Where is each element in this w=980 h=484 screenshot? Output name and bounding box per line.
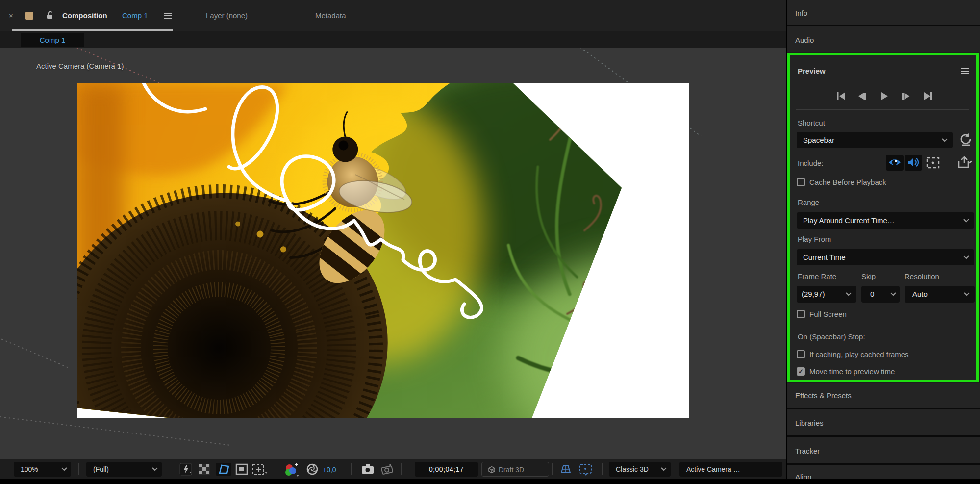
- skip-label: Skip: [861, 272, 876, 280]
- primary-viewer-icon[interactable]: [956, 155, 972, 171]
- preview-panel-menu-icon[interactable]: [960, 68, 969, 76]
- panel-header-audio[interactable]: Audio: [787, 26, 980, 52]
- renderer-dropdown[interactable]: Classic 3D: [609, 462, 671, 477]
- reset-icon[interactable]: [958, 132, 973, 149]
- range-label: Range: [798, 198, 819, 206]
- on-stop-label: On (Spacebar) Stop:: [798, 332, 865, 341]
- resolution-preview-dropdown[interactable]: Auto: [905, 286, 975, 303]
- resolution-label: Resolution: [905, 272, 939, 280]
- cache-before-playback-checkbox[interactable]: [797, 178, 805, 186]
- chevron-down-icon: [963, 219, 969, 223]
- mask-visibility-icon[interactable]: [216, 463, 231, 477]
- snapshot-camera-icon[interactable]: [361, 463, 375, 477]
- fast-previews-icon[interactable]: [179, 463, 194, 477]
- comp-panel-toolbar: 100% (Full) +0,0: [0, 459, 786, 480]
- speaker-icon: [906, 157, 920, 168]
- exposure-shutter-icon[interactable]: [306, 463, 319, 477]
- play-from-dropdown[interactable]: Current Time: [797, 249, 974, 265]
- region-of-interest-icon[interactable]: [235, 463, 248, 477]
- chevron-down-icon: [661, 467, 667, 471]
- tab-layer[interactable]: Layer (none): [206, 11, 248, 20]
- sunflower-photo: [77, 83, 689, 418]
- grid-guide-options-icon[interactable]: [252, 463, 269, 477]
- show-channel-icon[interactable]: [284, 463, 300, 478]
- skip-dropdown[interactable]: 0: [861, 286, 900, 303]
- preview-panel: Preview Shortcut Spacebar Include:: [787, 53, 979, 382]
- exposure-value[interactable]: +0,0: [323, 466, 336, 474]
- play-from-label: Play From: [798, 235, 831, 243]
- after-effects-window: × Composition Comp 1 Layer (none) Metada…: [0, 0, 980, 484]
- current-time-display[interactable]: 0;00;04;17: [415, 462, 478, 477]
- move-time-label: Move time to preview time: [809, 367, 895, 376]
- chevron-down-icon: [61, 467, 67, 471]
- draft-3d-toggle[interactable]: Draft 3D: [481, 462, 549, 477]
- if-caching-label: If caching, play cached frames: [809, 350, 909, 358]
- frame-rate-label: Frame Rate: [798, 272, 836, 280]
- full-screen-checkbox[interactable]: [797, 310, 805, 318]
- preview-panel-title[interactable]: Preview: [798, 67, 826, 75]
- shortcut-label: Shortcut: [798, 119, 825, 127]
- close-panel-icon[interactable]: ×: [9, 11, 13, 20]
- resolution-dropdown[interactable]: (Full): [86, 462, 162, 477]
- active-camera-label: Active Camera (Camera 1): [36, 62, 124, 70]
- include-overlays-toggle[interactable]: [925, 156, 941, 171]
- 3d-view-dropdown[interactable]: Active Camera …: [679, 462, 782, 477]
- tab-composition[interactable]: Composition: [62, 11, 107, 20]
- composition-frame[interactable]: [77, 83, 689, 418]
- include-video-toggle[interactable]: [886, 155, 904, 171]
- eye-icon: [888, 157, 902, 167]
- comp-tab[interactable]: Comp 1: [21, 33, 84, 47]
- panel-grip-icon[interactable]: [25, 12, 33, 20]
- sunflower-photo-layer[interactable]: [77, 83, 689, 418]
- comp-tab-row: [0, 31, 786, 48]
- tab-composition-name[interactable]: Comp 1: [122, 11, 148, 20]
- play-button[interactable]: [876, 90, 892, 103]
- show-snapshot-icon[interactable]: [380, 463, 394, 477]
- composition-viewport[interactable]: Active Camera (Camera 1): [0, 48, 786, 459]
- overlays-icon: [925, 156, 941, 170]
- transparency-grid-icon[interactable]: [198, 463, 211, 477]
- extended-viewer-icon[interactable]: [578, 463, 595, 477]
- lock-icon[interactable]: [45, 10, 55, 22]
- tab-metadata[interactable]: Metadata: [315, 11, 346, 20]
- next-frame-button[interactable]: [898, 90, 914, 103]
- panel-header-effects-presets[interactable]: Effects & Presets: [787, 383, 980, 408]
- chevron-down-icon: [152, 467, 158, 471]
- cache-before-playback-label: Cache Before Playback: [809, 178, 886, 186]
- panel-header-tracker[interactable]: Tracker: [787, 437, 980, 463]
- frame-rate-dropdown[interactable]: (29,97): [797, 286, 856, 303]
- if-caching-checkbox[interactable]: [797, 350, 805, 358]
- previous-frame-button[interactable]: [854, 90, 870, 103]
- 3d-ground-plane-icon[interactable]: [559, 463, 573, 477]
- range-dropdown[interactable]: Play Around Current Time…: [797, 212, 974, 229]
- move-time-checkbox[interactable]: ✓: [797, 367, 805, 376]
- include-label: Include:: [798, 159, 824, 167]
- shortcut-dropdown[interactable]: Spacebar: [797, 132, 953, 148]
- include-audio-toggle[interactable]: [905, 155, 922, 171]
- panel-menu-icon[interactable]: [164, 12, 173, 21]
- chevron-down-icon: [890, 292, 896, 296]
- chevron-down-icon: [846, 292, 852, 296]
- window-bottom-edge: [0, 479, 980, 484]
- panel-tab-bar: × Composition Comp 1 Layer (none) Metada…: [0, 0, 786, 31]
- panel-header-libraries[interactable]: Libraries: [787, 409, 980, 435]
- last-frame-button[interactable]: [920, 90, 936, 103]
- active-tab-underline: [12, 29, 173, 31]
- chevron-down-icon: [964, 292, 970, 296]
- chevron-down-icon: [963, 255, 969, 259]
- panel-header-info[interactable]: Info: [787, 0, 980, 25]
- full-screen-label: Full Screen: [809, 310, 847, 318]
- first-frame-button[interactable]: [833, 90, 849, 103]
- magnification-dropdown[interactable]: 100%: [14, 462, 71, 477]
- chevron-down-icon: [942, 138, 948, 142]
